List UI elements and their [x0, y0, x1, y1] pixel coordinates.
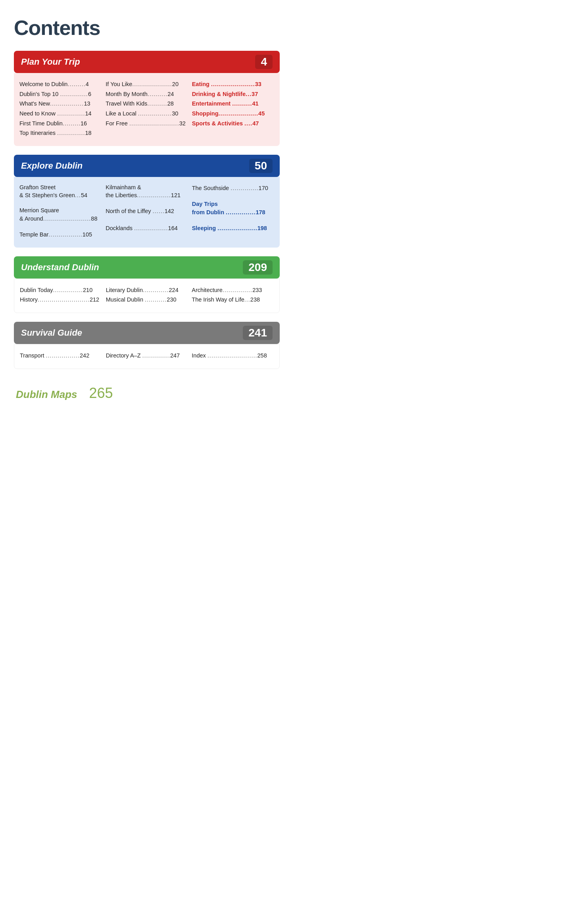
list-item: History..........................212 [20, 295, 102, 305]
list-item: Kilmainham &the Liberties...............… [106, 183, 188, 200]
list-item: Shopping....................45 [192, 109, 274, 119]
explore-col1: Grafton Street& St Stephen's Green...54 … [19, 183, 102, 240]
list-item: Like a Local .................30 [106, 109, 188, 119]
list-item: Merrion Square& Around..................… [19, 206, 102, 223]
plan-toc-grid: Welcome to Dublin.........4 Dublin's Top… [19, 79, 274, 138]
survival-section-content: Transport .................242 Directory… [14, 344, 280, 369]
survival-section-number: 241 [243, 326, 273, 340]
explore-section-content: Grafton Street& St Stephen's Green...54 … [14, 177, 280, 248]
plan-section-header: Plan Your Trip 4 [14, 51, 280, 73]
list-item: Literary Dublin.............224 [106, 285, 188, 295]
survival-col2: Directory A–Z ..............247 [106, 351, 188, 361]
plan-section-number: 4 [255, 55, 273, 69]
plan-section-title: Plan Your Trip [21, 57, 255, 67]
list-item: Directory A–Z ..............247 [106, 351, 188, 361]
explore-col2: Kilmainham &the Liberties...............… [106, 183, 188, 240]
list-item: Drinking & Nightlife...37 [192, 89, 274, 99]
understand-dublin-section: Understand Dublin 209 Dublin Today......… [14, 256, 280, 313]
understand-col1: Dublin Today...............210 History..… [20, 285, 102, 305]
list-item: Grafton Street& St Stephen's Green...54 [19, 183, 102, 200]
dublin-maps-section: Dublin Maps 265 [14, 385, 280, 402]
list-item: Travel With Kids..........28 [106, 99, 188, 109]
list-item: For Free .........................32 [106, 119, 188, 129]
list-item: Month By Month..........24 [106, 89, 188, 99]
list-item: Welcome to Dublin.........4 [19, 79, 102, 89]
list-item: First Time Dublin.........16 [19, 119, 102, 129]
understand-section-title: Understand Dublin [21, 262, 243, 273]
page-title: Contents [14, 16, 280, 40]
survival-guide-section: Survival Guide 241 Transport ...........… [14, 322, 280, 369]
survival-col3: Index .........................258 [192, 351, 274, 361]
list-item: Docklands .................164 [106, 223, 188, 233]
plan-col1: Welcome to Dublin.........4 Dublin's Top… [19, 79, 102, 138]
explore-section-header: Explore Dublin 50 [14, 155, 280, 177]
list-item: Top Itineraries ..............18 [19, 128, 102, 138]
survival-section-title: Survival Guide [21, 328, 243, 338]
maps-title: Dublin Maps [16, 388, 77, 401]
survival-section-header: Survival Guide 241 [14, 322, 280, 344]
list-item: Architecture...............233 [192, 285, 274, 295]
list-item: Dublin Today...............210 [20, 285, 102, 295]
maps-number: 265 [89, 385, 113, 402]
list-item: North of the Liffey ......142 [106, 206, 188, 216]
list-item: Musical Dublin ...........230 [106, 295, 188, 305]
survival-col1: Transport .................242 [20, 351, 102, 361]
list-item: The Southside ..............170 [192, 183, 274, 193]
list-item: Need to Know ..............14 [19, 109, 102, 119]
explore-dublin-section: Explore Dublin 50 Grafton Street& St Ste… [14, 155, 280, 248]
list-item: What's New.................13 [19, 99, 102, 109]
understand-col3: Architecture...............233 The Irish… [192, 285, 274, 305]
understand-toc-grid: Dublin Today...............210 History..… [20, 285, 274, 305]
plan-col2: If You Like....................20 Month … [106, 79, 188, 138]
plan-your-trip-section: Plan Your Trip 4 Welcome to Dublin......… [14, 51, 280, 146]
list-item: Eating ......................33 [192, 79, 274, 89]
understand-col2: Literary Dublin.............224 Musical … [106, 285, 188, 305]
plan-col3: Eating ......................33 Drinking… [192, 79, 274, 138]
explore-section-title: Explore Dublin [21, 161, 249, 171]
survival-toc-grid: Transport .................242 Directory… [20, 351, 274, 361]
list-item: Sports & Activities ....47 [192, 119, 274, 129]
understand-section-header: Understand Dublin 209 [14, 256, 280, 279]
list-item: Dublin's Top 10 ..............6 [19, 89, 102, 99]
explore-toc-grid: Grafton Street& St Stephen's Green...54 … [19, 183, 274, 240]
list-item: Index .........................258 [192, 351, 274, 361]
explore-section-number: 50 [249, 159, 273, 173]
list-item: Entertainment ..........41 [192, 99, 274, 109]
list-item: Sleeping ....................198 [192, 223, 274, 233]
list-item: The Irish Way of Life...238 [192, 295, 274, 305]
list-item: Day Tripsfrom Dublin ...............178 [192, 200, 274, 216]
list-item: Temple Bar.................105 [19, 230, 102, 240]
plan-section-content: Welcome to Dublin.........4 Dublin's Top… [14, 73, 280, 146]
understand-section-number: 209 [243, 260, 273, 275]
list-item: If You Like....................20 [106, 79, 188, 89]
understand-section-content: Dublin Today...............210 History..… [14, 279, 280, 313]
list-item: Transport .................242 [20, 351, 102, 361]
explore-col3: The Southside ..............170 Day Trip… [192, 183, 274, 240]
